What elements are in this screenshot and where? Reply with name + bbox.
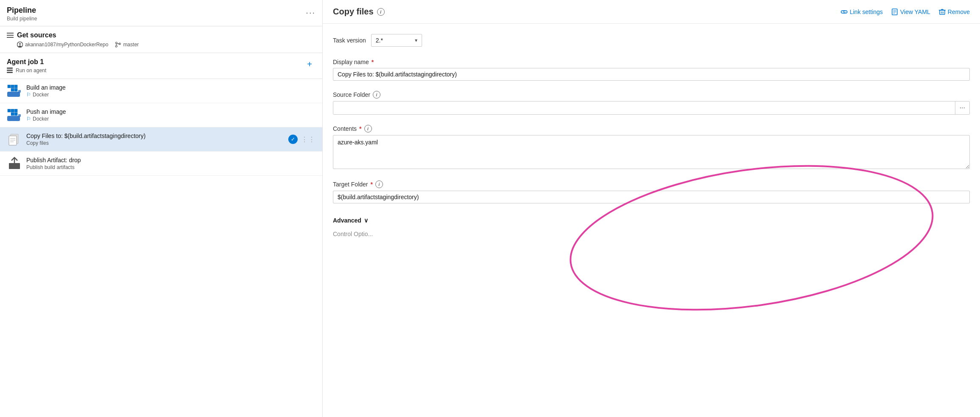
build-image-icon xyxy=(7,83,22,99)
task-item-push-image[interactable]: Push an image ⚐ Docker xyxy=(0,103,322,127)
task-item-copy-files[interactable]: Copy Files to: $(build.artifactstagingdi… xyxy=(0,127,322,152)
advanced-label: Advanced xyxy=(333,217,361,224)
chevron-down-icon: ▾ xyxy=(415,37,417,43)
target-folder-label: Target Folder * i xyxy=(333,180,970,188)
control-options-partial: Control Optio... xyxy=(333,231,970,237)
task-version-value: 2.* xyxy=(376,37,411,44)
publish-artifact-name: Publish Artifact: drop xyxy=(26,157,315,163)
publish-svg xyxy=(7,156,22,171)
task-item-build-image[interactable]: Build an image ⚐ Docker xyxy=(0,79,322,103)
display-name-required: * xyxy=(372,59,374,65)
contents-textarea[interactable]: azure-aks.yaml xyxy=(333,135,970,169)
svg-rect-17 xyxy=(14,113,17,116)
task-item-publish-artifact[interactable]: Publish Artifact: drop Publish build art… xyxy=(0,152,322,176)
agent-job-title: Agent job 1 xyxy=(7,58,46,66)
svg-point-3 xyxy=(115,45,117,47)
svg-rect-11 xyxy=(7,92,20,97)
display-name-label: Display name * xyxy=(333,59,970,65)
target-folder-input[interactable] xyxy=(333,191,970,203)
target-folder-group: Target Folder * i xyxy=(333,180,970,203)
agent-job-run-label: Run on agent xyxy=(16,68,46,73)
push-image-name: Push an image xyxy=(26,108,315,115)
pipeline-title-area: Pipeline Build pipeline xyxy=(7,6,37,22)
link-settings-label: Link settings xyxy=(850,8,883,15)
get-sources-title: Get sources xyxy=(17,31,56,39)
source-folder-info-button[interactable]: i xyxy=(373,91,380,99)
docker-build-svg xyxy=(7,83,22,99)
add-task-button[interactable]: + xyxy=(304,58,315,70)
target-folder-info-button[interactable]: i xyxy=(375,180,383,188)
task-checkmark: ✓ xyxy=(288,135,298,144)
publish-artifact-type: Publish build artifacts xyxy=(26,164,315,170)
build-image-name: Build an image xyxy=(26,84,315,91)
right-header: Copy files i Link settings xyxy=(323,0,980,24)
svg-rect-25 xyxy=(9,163,20,169)
title-info-button[interactable]: i xyxy=(377,8,385,16)
svg-rect-7 xyxy=(11,85,14,88)
right-content: Task version 2.* ▾ Display name * Source… xyxy=(323,24,980,248)
target-folder-required: * xyxy=(370,181,372,188)
contents-label: Contents * i xyxy=(333,125,970,132)
left-panel: Pipeline Build pipeline ··· Get sources … xyxy=(0,0,323,417)
copy-files-type: Copy files xyxy=(26,140,284,146)
task-version-label: Task version xyxy=(333,37,366,44)
get-sources-section: Get sources akannan1087/myPythonDockerRe… xyxy=(0,26,322,53)
task-version-row: Task version 2.* ▾ xyxy=(333,34,970,47)
svg-rect-9 xyxy=(11,88,14,91)
contents-required: * xyxy=(359,125,361,132)
repo-meta: akannan1087/myPythonDockerRepo xyxy=(17,42,108,48)
link-settings-button[interactable]: Link settings xyxy=(841,8,883,15)
drag-handle[interactable]: ⋮⋮ xyxy=(301,135,315,144)
branch-icon xyxy=(115,42,121,48)
pipeline-menu-button[interactable]: ··· xyxy=(306,8,315,17)
push-image-type: ⚐ Docker xyxy=(26,116,315,122)
branch-name: master xyxy=(123,42,139,48)
remove-button[interactable]: Remove xyxy=(939,8,970,15)
svg-rect-19 xyxy=(18,114,21,117)
copy-files-icon xyxy=(7,132,22,147)
source-folder-input-wrapper: ··· xyxy=(333,101,970,115)
svg-rect-8 xyxy=(14,85,17,88)
svg-rect-13 xyxy=(8,109,11,112)
source-folder-input[interactable] xyxy=(333,101,955,114)
copy-files-actions: ✓ ⋮⋮ xyxy=(288,135,315,144)
github-icon xyxy=(17,42,23,48)
publish-icon xyxy=(7,156,22,171)
source-folder-label: Source Folder i xyxy=(333,91,970,99)
remove-label: Remove xyxy=(948,8,970,15)
agent-job-subtitle: Run on agent xyxy=(7,68,46,73)
pipeline-title: Pipeline xyxy=(7,6,37,15)
svg-rect-21 xyxy=(9,136,17,145)
right-panel-title: Copy files xyxy=(333,7,374,17)
right-title-area: Copy files i xyxy=(333,7,385,17)
advanced-toggle[interactable]: Advanced ∨ xyxy=(333,214,970,227)
copy-files-info: Copy Files to: $(build.artifactstagingdi… xyxy=(26,132,284,146)
svg-rect-15 xyxy=(14,109,17,112)
task-version-select[interactable]: 2.* ▾ xyxy=(371,34,422,47)
flag-icon: ⚐ xyxy=(26,92,31,98)
hamburger-icon[interactable] xyxy=(7,33,14,38)
svg-point-1 xyxy=(19,43,21,45)
source-folder-group: Source Folder i ··· xyxy=(333,91,970,115)
repo-name: akannan1087/myPythonDockerRepo xyxy=(25,42,108,48)
contents-info-button[interactable]: i xyxy=(364,125,372,132)
agent-icon xyxy=(7,68,14,73)
flag-icon-push: ⚐ xyxy=(26,116,31,122)
right-actions: Link settings View YAML xyxy=(841,8,970,15)
publish-artifact-info: Publish Artifact: drop Publish build art… xyxy=(26,157,315,170)
trash-icon xyxy=(939,8,946,15)
push-image-info: Push an image ⚐ Docker xyxy=(26,108,315,122)
agent-job-section: Agent job 1 Run on agent + xyxy=(0,53,322,79)
copy-files-svg xyxy=(7,132,22,147)
view-yaml-button[interactable]: View YAML xyxy=(891,8,930,15)
link-icon xyxy=(841,8,848,15)
view-yaml-label: View YAML xyxy=(900,8,930,15)
push-image-icon xyxy=(7,107,22,123)
source-folder-browse-button[interactable]: ··· xyxy=(955,101,969,114)
contents-group: Contents * i azure-aks.yaml xyxy=(333,125,970,170)
docker-push-svg xyxy=(7,107,22,123)
yaml-icon xyxy=(891,8,898,15)
tasks-list: Build an image ⚐ Docker xyxy=(0,79,322,417)
svg-rect-16 xyxy=(11,113,14,116)
display-name-input[interactable] xyxy=(333,68,970,81)
